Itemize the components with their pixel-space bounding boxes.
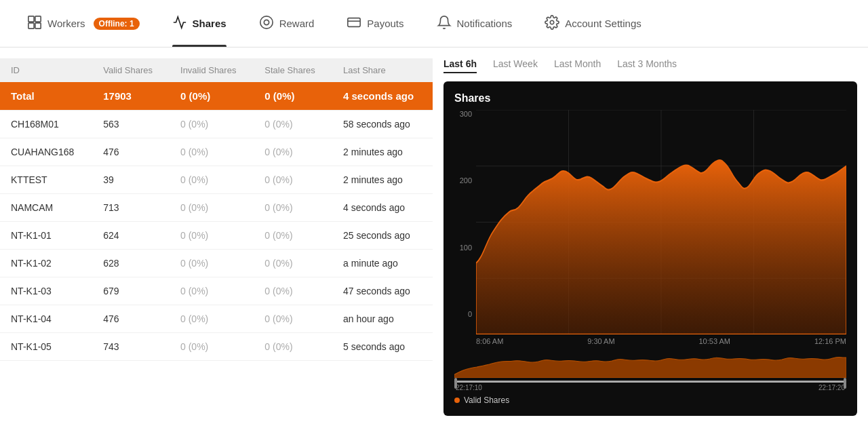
range-label: 22:17:10	[456, 384, 482, 391]
row-cell-2: 0 (0%)	[170, 111, 254, 138]
shares-table-section: IDValid SharesInvalid SharesStale Shares…	[0, 47, 433, 424]
table-row: CUAHANG1684760 (0%)0 (0%)2 minutes ago	[0, 138, 433, 166]
zero-value: 0 (0%)	[264, 174, 292, 185]
chart-legend: Valid Shares	[454, 396, 846, 405]
row-cell-4: 4 seconds ago	[332, 194, 433, 222]
nav-item-workers[interactable]: Workers Offline: 1	[11, 0, 156, 47]
svg-point-4	[260, 16, 272, 28]
zero-value: 0 (0%)	[264, 119, 292, 130]
table-row: NT-K1-016240 (0%)0 (0%)25 seconds ago	[0, 222, 433, 250]
row-cell-1: 679	[92, 277, 170, 305]
row-cell-1: 624	[92, 222, 170, 250]
range-slider[interactable]	[454, 381, 846, 383]
range-label: 22:17:20	[818, 384, 845, 391]
table-row-total: Total179030 (0%)0 (0%)4 seconds ago	[0, 82, 433, 111]
table-row: NT-K1-057430 (0%)0 (0%)5 seconds ago	[0, 333, 433, 361]
row-cell-4: a minute ago	[332, 250, 433, 277]
row-cell-0: CH168M01	[0, 111, 92, 138]
svg-rect-1	[35, 16, 41, 22]
chart-tab-month[interactable]: Last Month	[554, 56, 601, 73]
row-cell-2: 0 (0%)	[170, 277, 254, 305]
row-cell-3: 0 (0%)	[254, 194, 332, 222]
row-cell-2: 0 (0%)	[170, 194, 254, 222]
y-axis-label: 0	[454, 310, 472, 318]
zero-value: 0 (0%)	[180, 258, 208, 269]
payouts-icon	[347, 15, 361, 32]
chart-tab-3months[interactable]: Last 3 Months	[617, 56, 677, 73]
x-axis-label: 12:16 PM	[814, 337, 846, 345]
nav-item-account[interactable]: Account Settings	[528, 0, 658, 47]
total-cell-0: Total	[0, 82, 92, 111]
zero-value: 0 (0%)	[180, 286, 208, 296]
shares-table: IDValid SharesInvalid SharesStale Shares…	[0, 58, 433, 361]
total-cell-1: 17903	[92, 82, 170, 111]
zero-value: 0 (0%)	[264, 230, 292, 241]
nav-item-notifications[interactable]: Notifications	[420, 0, 529, 47]
zero-value: 0 (0%)	[180, 174, 208, 185]
table-row: NAMCAM7130 (0%)0 (0%)4 seconds ago	[0, 194, 433, 222]
workers-icon	[27, 15, 42, 32]
row-cell-2: 0 (0%)	[170, 305, 254, 333]
row-cell-2: 0 (0%)	[170, 222, 254, 250]
nav-label-account: Account Settings	[565, 18, 642, 29]
shares-icon	[172, 15, 187, 32]
chart-tab-6h[interactable]: Last 6h	[443, 56, 477, 73]
table-row: KTTEST390 (0%)0 (0%)2 minutes ago	[0, 166, 433, 194]
row-cell-1: 563	[92, 111, 170, 138]
col-header-id: ID	[0, 58, 92, 82]
nav-item-payouts[interactable]: Payouts	[330, 0, 420, 47]
row-cell-3: 0 (0%)	[254, 222, 332, 250]
chart-tab-week[interactable]: Last Week	[493, 56, 538, 73]
row-cell-0: NT-K1-04	[0, 305, 92, 333]
total-cell-4: 4 seconds ago	[332, 82, 433, 111]
nav-badge-workers: Offline: 1	[94, 18, 140, 30]
nav-item-shares[interactable]: Shares	[156, 0, 243, 47]
zero-value: 0 (0%)	[264, 313, 292, 324]
row-cell-3: 0 (0%)	[254, 138, 332, 166]
row-cell-1: 628	[92, 250, 170, 277]
row-cell-2: 0 (0%)	[170, 166, 254, 194]
mini-chart	[454, 351, 846, 378]
row-cell-0: NAMCAM	[0, 194, 92, 222]
svg-point-5	[264, 20, 269, 24]
svg-rect-0	[28, 16, 34, 22]
col-header-invalid-shares: Invalid Shares	[170, 58, 254, 82]
row-cell-2: 0 (0%)	[170, 138, 254, 166]
col-header-stale-shares: Stale Shares	[254, 58, 332, 82]
nav-label-notifications: Notifications	[457, 18, 513, 29]
nav-label-reward: Reward	[279, 18, 315, 29]
nav-label-shares: Shares	[193, 18, 226, 29]
svg-rect-6	[348, 18, 360, 27]
row-cell-0: CUAHANG168	[0, 138, 92, 166]
svg-rect-3	[35, 23, 41, 28]
range-handle-left[interactable]	[454, 378, 457, 389]
row-cell-0: NT-K1-02	[0, 250, 92, 277]
row-cell-3: 0 (0%)	[254, 333, 332, 361]
row-cell-4: 58 seconds ago	[332, 111, 433, 138]
row-cell-1: 476	[92, 305, 170, 333]
row-cell-1: 743	[92, 333, 170, 361]
chart-area	[476, 110, 846, 334]
row-cell-3: 0 (0%)	[254, 305, 332, 333]
zero-value: 0 (0%)	[180, 202, 208, 213]
col-header-valid-shares: Valid Shares	[92, 58, 170, 82]
nav-item-reward[interactable]: Reward	[243, 0, 331, 47]
row-cell-0: KTTEST	[0, 166, 92, 194]
nav-label-payouts: Payouts	[367, 18, 403, 29]
zero-value: 0 (0%)	[264, 341, 292, 352]
col-header-last-share: Last Share	[332, 58, 433, 82]
y-axis-label: 300	[454, 110, 472, 118]
total-cell-2: 0 (0%)	[170, 82, 254, 111]
range-handle-right[interactable]	[844, 378, 846, 389]
zero-value: 0 (0%)	[264, 147, 292, 157]
legend-dot	[454, 398, 460, 403]
reward-icon	[259, 15, 274, 32]
x-axis-label: 8:06 AM	[476, 337, 503, 345]
row-cell-4: 5 seconds ago	[332, 333, 433, 361]
zero-value: 0 (0%)	[180, 230, 208, 241]
total-cell-3: 0 (0%)	[254, 82, 332, 111]
zero-value: 0 (0%)	[264, 258, 292, 269]
svg-rect-2	[28, 23, 34, 28]
nav-label-workers: Workers	[47, 18, 85, 29]
row-cell-1: 476	[92, 138, 170, 166]
